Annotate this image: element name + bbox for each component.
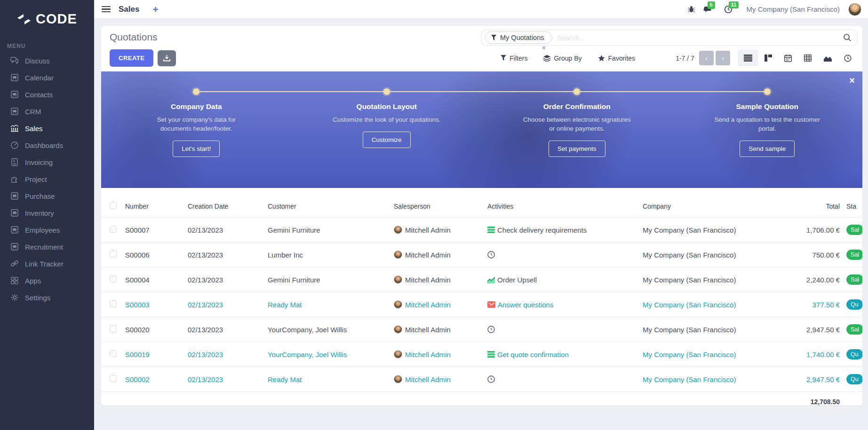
sidebar-item-label: Employees [25, 226, 60, 234]
column-header-creation-date[interactable]: Creation Date [186, 196, 266, 218]
step-title: Quotation Layout [292, 102, 482, 111]
messages-icon[interactable]: 5 [701, 3, 714, 15]
search-bar[interactable]: My Quotations × Search... [481, 30, 858, 46]
sidebar-item-contacts[interactable]: Contacts [0, 86, 94, 103]
set-payments-button[interactable]: Set payments [549, 141, 605, 157]
row-checkbox[interactable] [110, 350, 117, 357]
sidebar-item-inventory[interactable]: Inventory [0, 204, 94, 221]
table-row[interactable]: S00002 02/13/2023 Ready Mat Mitchell Adm… [101, 367, 862, 392]
sidebar-item-label: Discuss [25, 57, 50, 65]
row-checkbox[interactable] [110, 325, 117, 332]
sidebar-item-crm[interactable]: CRM [0, 103, 94, 120]
tasks-activity-icon[interactable] [487, 351, 495, 358]
logo-text: CODE [36, 11, 77, 27]
activity-label: Check delivery requirements [497, 226, 587, 234]
view-calendar-button[interactable] [778, 50, 798, 67]
hamburger-menu-icon[interactable] [102, 6, 111, 13]
table-row[interactable]: S00004 02/13/2023 Gemini Furniture Mitch… [101, 267, 862, 292]
view-kanban-button[interactable] [758, 50, 778, 66]
table-row[interactable]: S00020 02/13/2023 YourCompany, Joel Will… [101, 317, 862, 342]
row-checkbox[interactable] [110, 275, 117, 282]
pager-previous-button[interactable]: ‹ [699, 51, 714, 65]
export-button[interactable] [158, 50, 176, 66]
lets-start-button[interactable]: Let's start! [173, 141, 220, 157]
search-facet-my-quotations[interactable]: My Quotations [485, 31, 552, 44]
company-switcher[interactable]: My Company (San Francisco) [747, 5, 840, 13]
salesperson-avatar [394, 350, 402, 359]
debug-bug-icon[interactable] [685, 3, 697, 15]
pager-next-button[interactable]: › [716, 51, 730, 65]
row-checkbox[interactable] [110, 375, 117, 382]
envelope-activity-icon[interactable] [487, 301, 495, 308]
sidebar-item-apps[interactable]: Apps [0, 272, 94, 289]
user-avatar[interactable] [848, 3, 861, 16]
filters-label: Filters [510, 55, 527, 62]
clock-activity-icon[interactable] [487, 251, 495, 258]
row-checkbox[interactable] [110, 226, 117, 233]
column-header-status[interactable]: Sta [844, 196, 862, 218]
view-pivot-button[interactable] [798, 50, 818, 66]
module-title: Sales [119, 5, 139, 14]
sidebar-item-label: Settings [25, 294, 50, 302]
cell-customer: Gemini Furniture [266, 267, 392, 292]
sidebar-item-invoicing[interactable]: $ Invoicing [0, 154, 94, 171]
app-logo[interactable]: CODE [0, 0, 94, 36]
puzzle-icon [10, 175, 19, 183]
group-by-button[interactable]: Group By [543, 55, 581, 62]
tasks-activity-icon[interactable] [487, 227, 495, 233]
table-row[interactable]: S00019 02/13/2023 YourCompany, Joel Will… [101, 342, 862, 367]
sidebar-item-label: Link Tracker [25, 260, 64, 268]
column-header-total[interactable]: Total [762, 196, 844, 218]
table-row[interactable]: S00003 02/13/2023 Ready Mat Mitchell Adm… [101, 292, 862, 317]
sidebar-item-dashboards[interactable]: Dashboards [0, 137, 94, 154]
customize-button[interactable]: Customize [363, 132, 411, 148]
cell-company: My Company (San Francisco) [641, 342, 762, 367]
step-dot [383, 88, 390, 95]
row-checkbox[interactable] [110, 300, 117, 307]
column-header-customer[interactable]: Customer [266, 196, 392, 218]
cell-date: 02/13/2023 [186, 242, 266, 267]
sidebar-item-purchase[interactable]: Purchase [0, 188, 94, 204]
sidebar-item-sales[interactable]: Sales [0, 120, 94, 137]
view-graph-button[interactable] [818, 50, 838, 66]
onboarding-step-sample-quotation: Sample Quotation Send a quotation to tes… [672, 71, 863, 188]
view-activity-button[interactable] [838, 50, 858, 67]
activity-view-icon [844, 55, 852, 62]
table-row[interactable]: S00007 02/13/2023 Gemini Furniture Mitch… [101, 218, 862, 242]
select-all-checkbox[interactable] [110, 202, 117, 209]
facet-remove-button[interactable]: × [542, 44, 546, 51]
column-header-company[interactable]: Company [641, 196, 762, 218]
invoice-icon: $ [10, 158, 19, 166]
clock-activity-icon[interactable] [487, 375, 495, 383]
sidebar-item-settings[interactable]: Settings [0, 289, 94, 306]
sidebar-item-project[interactable]: Project [0, 171, 94, 188]
send-sample-button[interactable]: Send sample [740, 141, 795, 157]
status-badge: Sal [846, 324, 862, 335]
step-description: Send a quotation to test the customer po… [713, 115, 821, 133]
sidebar-item-link-tracker[interactable]: Link Tracker [0, 255, 94, 272]
activities-clock-icon[interactable]: 11 [722, 3, 734, 16]
sidebar-item-employees[interactable]: Employees [0, 221, 94, 238]
favorites-button[interactable]: Favorites [598, 55, 636, 62]
chart-activity-icon[interactable] [487, 276, 495, 283]
search-icon[interactable] [843, 33, 852, 42]
svg-text:$: $ [13, 159, 15, 163]
step-title: Company Data [101, 102, 292, 111]
clock-activity-icon[interactable] [487, 326, 495, 333]
cell-company: My Company (San Francisco) [641, 267, 762, 292]
star-icon [598, 55, 605, 62]
column-header-activities[interactable]: Activities [486, 196, 641, 218]
filters-button[interactable]: Filters [501, 55, 527, 62]
onboarding-step-company-data: Company Data Set your company's data for… [101, 71, 292, 188]
create-button[interactable]: CREATE [110, 49, 153, 67]
sidebar-item-discuss[interactable]: Discuss [0, 52, 94, 69]
add-tab-button[interactable]: + [152, 4, 158, 14]
row-checkbox[interactable] [110, 250, 117, 258]
column-header-number[interactable]: Number [123, 196, 186, 218]
sidebar-item-calendar[interactable]: Calendar [0, 69, 94, 86]
column-header-salesperson[interactable]: Salesperson [392, 196, 486, 218]
sidebar-item-recruitment[interactable]: Recruitment [0, 238, 94, 255]
view-list-button[interactable] [738, 50, 758, 66]
board-icon [10, 107, 19, 116]
table-row[interactable]: S00006 02/13/2023 Lumber Inc Mitchell Ad… [101, 242, 862, 267]
